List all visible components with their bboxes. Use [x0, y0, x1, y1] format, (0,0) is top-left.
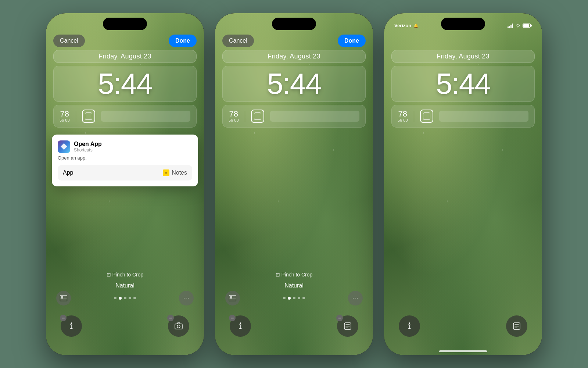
signal-bars-icon: [508, 24, 513, 28]
top-buttons-2: Cancel Done: [215, 35, 373, 47]
time-container-2: 5:44: [222, 66, 366, 102]
dot-2-3: [293, 297, 295, 299]
battery-icon: [523, 24, 532, 28]
signal-bar-2: [509, 26, 510, 28]
widgets-row-2: 78 56 80: [222, 105, 366, 128]
lock-content-3: Friday, August 23 5:44 78 56 80: [384, 50, 542, 128]
done-button-2[interactable]: Done: [338, 35, 366, 47]
filter-name-2: Natural: [284, 282, 304, 289]
bell-icon: 🔔: [413, 24, 419, 28]
date-container-2: Friday, August 23: [222, 50, 366, 63]
status-icons: [508, 24, 532, 28]
pinch-crop-2: ⊡ Pinch to Crop: [215, 271, 373, 278]
lock-date-3: Friday, August 23: [437, 53, 490, 60]
flashlight-group-3: [399, 315, 420, 337]
carrier-label: Verizon 🔔: [394, 23, 419, 28]
weather-widget-2: [270, 111, 359, 122]
popup-row[interactable]: App ≡ Notes: [58, 165, 192, 181]
shortcut-btn-2[interactable]: −: [337, 315, 358, 337]
minus-badge-flashlight-2: −: [229, 315, 236, 321]
flashlight-btn-3[interactable]: [399, 315, 420, 337]
dynamic-island-2: [272, 18, 316, 30]
widget-temp-3: 78 56 80: [398, 110, 408, 122]
popup-overlay-1: Open App Shortcuts Open an app. App ≡ No…: [46, 13, 204, 355]
filter-label-2: Natural: [215, 282, 373, 289]
notes-app-label: Notes: [172, 169, 187, 176]
watch-inner-3: [423, 112, 430, 120]
dot-2-4: [298, 297, 300, 299]
open-app-popup: Open App Shortcuts Open an app. App ≡ No…: [52, 135, 198, 186]
minus-badge-shortcut-2: −: [336, 315, 343, 321]
dot-2-1: [283, 297, 286, 299]
widget-watch-2: [251, 110, 264, 123]
dynamic-island-3: [441, 18, 485, 30]
wifi-icon: [515, 24, 521, 28]
carrier-name: Verizon: [394, 23, 411, 28]
cancel-button-2[interactable]: Cancel: [222, 35, 254, 47]
popup-header: Open App Shortcuts: [58, 140, 192, 153]
widget-temp-2: 78 56 80: [229, 110, 239, 122]
shortcut-group-3: [506, 315, 527, 337]
weather-widget-3: [439, 111, 528, 122]
temp-main-3: 78: [398, 110, 407, 118]
widget-watch-3: [420, 110, 433, 123]
temp-main-2: 78: [229, 110, 238, 118]
phone-3: Verizon 🔔 Friday, August 23: [384, 13, 542, 355]
dot-2-5: [302, 297, 305, 299]
dots-row-2: [283, 297, 305, 300]
svg-rect-6: [230, 296, 232, 299]
popup-app-name: Open App: [74, 141, 102, 147]
gallery-btn-2[interactable]: [225, 291, 240, 306]
time-container-3: 5:44: [391, 66, 535, 102]
watch-inner-2: [254, 112, 261, 120]
action-buttons-3: [384, 315, 542, 337]
popup-row-label: App: [63, 169, 73, 176]
home-indicator-3: [439, 350, 487, 352]
shortcut-btn-3[interactable]: [506, 315, 527, 337]
shortcut-group-2: −: [337, 315, 358, 337]
phone-1: Cancel Done Friday, August 23 5:44 78 56…: [46, 13, 204, 355]
action-buttons-2: − −: [215, 315, 373, 337]
date-container-3: Friday, August 23: [391, 50, 535, 63]
widgets-row-3: 78 56 80: [391, 105, 535, 128]
popup-title-group: Open App Shortcuts: [74, 141, 102, 153]
lock-time-2: 5:44: [228, 68, 360, 100]
phone-2: Cancel Done Friday, August 23 5:44 78 56…: [215, 13, 373, 355]
pinch-text-2: ⊡ Pinch to Crop: [276, 272, 313, 278]
lock-date-2: Friday, August 23: [268, 53, 320, 60]
lock-content-2: Friday, August 23 5:44 78 56 80: [215, 50, 373, 128]
bottom-controls-2: ···: [215, 291, 373, 306]
widget-divider-2: [245, 111, 245, 122]
widget-divider-3: [414, 111, 414, 122]
flashlight-btn-2[interactable]: −: [230, 315, 251, 337]
temp-range-2: 56 80: [229, 118, 239, 122]
popup-subtitle: Shortcuts: [74, 147, 102, 153]
more-btn-2[interactable]: ···: [348, 291, 363, 306]
shortcuts-icon: [58, 140, 70, 153]
signal-bar-3: [510, 25, 512, 28]
dot-2-2: [288, 297, 291, 300]
signal-bar-4: [512, 24, 513, 28]
lock-time-3: 5:44: [397, 68, 529, 100]
signal-bar-1: [508, 26, 509, 28]
popup-description: Open an app.: [58, 155, 192, 161]
popup-row-value: ≡ Notes: [163, 169, 187, 176]
flashlight-group-2: −: [230, 315, 251, 337]
temp-range-3: 56 80: [398, 118, 408, 122]
notes-icon: ≡: [163, 169, 169, 176]
shortcuts-icon-inner: [61, 143, 67, 150]
